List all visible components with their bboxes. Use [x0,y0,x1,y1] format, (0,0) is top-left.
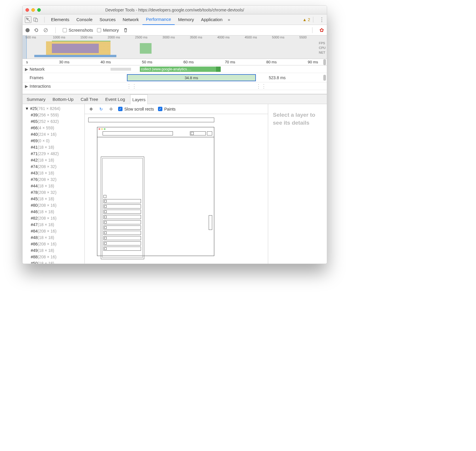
layer-tree-item[interactable]: #43(18 × 18) [23,170,84,176]
minimize-icon[interactable] [31,8,35,12]
layer-tree-item[interactable]: #49(18 × 18) [23,247,84,254]
layer-tree-item[interactable]: #39(256 × 559) [23,112,84,118]
layer-tree-item[interactable]: #71(229 × 482) [23,150,84,157]
separator [55,27,56,33]
layers-pane: ▼ #25(761 × 8264)#39(256 × 559)#65(252 ×… [23,104,327,264]
layer-tree-item[interactable]: #78(208 × 32) [23,189,84,196]
layer-tree-item[interactable]: #46(18 × 18) [23,208,84,215]
layer-rect [103,247,141,251]
layer-rect [103,241,141,245]
layers-viewport[interactable]: ✥ ↻ ✢ ✓ Slow scroll rects ✓ Paints [85,104,268,264]
empty-track [23,90,327,94]
pan-icon[interactable]: ✥ [88,106,94,112]
more-tabs-icon[interactable]: » [228,17,230,22]
paints-checkbox[interactable]: ✓ Paints [158,107,176,111]
layer-rect[interactable] [88,118,214,122]
layer-rect[interactable] [97,127,214,256]
network-track[interactable]: ▶ Network collect (www.google-analytics.… [23,65,327,73]
layer-tree-item[interactable]: ▼ #25(761 × 8264) [23,105,84,112]
trash-icon[interactable] [123,28,128,33]
frame-bar-selected[interactable]: 34.8 ms [127,74,256,81]
disclosure-icon[interactable]: ▶ [25,84,28,89]
layer-rect [97,127,214,137]
layer-rect [103,226,141,230]
tab-bottom-up[interactable]: Bottom-Up [51,94,75,104]
tab-call-tree[interactable]: Call Tree [79,94,100,104]
scrollbar-thumb[interactable] [323,59,326,65]
layer-tree-item[interactable]: #42(18 × 18) [23,157,84,163]
svg-rect-1 [35,19,38,22]
inspect-element-icon[interactable] [25,16,31,23]
layer-tree-item[interactable]: #86(208 × 16) [23,241,84,247]
warnings-badge[interactable]: ▲ 2 [302,17,310,22]
layer-tree-item[interactable]: #65(252 × 632) [23,118,84,125]
tab-summary[interactable]: Summary [25,94,47,104]
layer-tree-item[interactable]: #47(18 × 18) [23,221,84,228]
layer-tree-item[interactable]: #74(208 × 32) [23,163,84,170]
tab-console[interactable]: Console [73,14,96,25]
layer-tree-item[interactable]: #69(0 × 0) [23,138,84,144]
disclosure-icon[interactable]: ▶ [25,67,28,72]
interactions-track[interactable]: ▶ Interactions ⋮⋮ ⋮⋮ [23,82,327,90]
layer-canvas[interactable] [85,114,268,260]
close-icon[interactable] [25,8,29,12]
tab-network[interactable]: Network [119,14,142,25]
record-button[interactable] [25,28,30,32]
clear-icon[interactable] [43,28,48,33]
layer-tree-item[interactable]: #44(18 × 18) [23,183,84,189]
reload-icon[interactable] [34,28,39,33]
layer-tree[interactable]: ▼ #25(761 × 8264)#39(256 × 559)#65(252 ×… [23,104,85,264]
layer-rect [103,204,141,208]
settings-gear-icon[interactable]: ✿ [319,27,324,33]
timeline-ruler[interactable]: s 30 ms 40 ms 50 ms 60 ms 70 ms 80 ms 90… [23,59,327,65]
tab-layers[interactable]: Layers [130,94,147,104]
checked-icon: ✓ [158,107,162,111]
overview-ticks: 500 ms1000 ms1500 ms2000 ms2500 ms3000 m… [23,35,327,39]
layer-tree-item[interactable]: #88(208 × 16) [23,254,84,260]
memory-checkbox[interactable]: Memory [97,28,119,33]
layer-tree-item[interactable]: #66(4 × 559) [23,125,84,131]
tab-performance[interactable]: Performance [142,14,175,25]
layer-rect [103,236,141,240]
screenshots-checkbox[interactable]: Screenshots [63,28,93,33]
request-bar [110,68,131,71]
zoom-icon[interactable] [37,8,41,12]
tab-memory[interactable]: Memory [175,14,198,25]
tab-sources[interactable]: Sources [96,14,119,25]
tab-elements[interactable]: Elements [47,14,73,25]
activity-spike [140,43,152,54]
overview-strip[interactable]: 500 ms1000 ms1500 ms2000 ms2500 ms3000 m… [23,35,327,59]
kebab-menu-icon[interactable]: ⋮ [319,16,324,23]
layer-tree-item[interactable]: #80(208 × 16) [23,202,84,208]
svg-line-3 [45,29,47,31]
request-bar[interactable]: collect (www.google-analytics.… [140,67,216,72]
layer-tree-item[interactable]: #76(208 × 32) [23,176,84,183]
drag-handle-icon[interactable]: ⋮⋮ [126,83,137,89]
scrollbar-thumb[interactable] [323,75,326,81]
layer-tree-item[interactable]: #48(18 × 18) [23,234,84,241]
warning-icon: ▲ [302,17,307,22]
slow-scroll-checkbox[interactable]: ✓ Slow scroll rects [118,107,154,111]
rotate-icon[interactable]: ↻ [98,106,104,112]
traffic-lights [25,8,41,12]
layer-tree-item[interactable]: #82(208 × 16) [23,215,84,221]
tab-event-log[interactable]: Event Log [103,94,127,104]
main-tabs: ElementsConsoleSourcesNetworkPerformance… [23,14,327,25]
layer-tree-item[interactable]: #40(224 × 16) [23,131,84,138]
layer-rect [103,210,141,214]
layer-tree-item[interactable]: #50(18 × 18) [23,260,84,264]
layer-rect[interactable] [101,157,144,259]
layer-detail-hint: Select a layer to see its details [268,104,327,264]
devtools-window: Developer Tools - https://developers.goo… [22,5,327,264]
device-toggle-icon[interactable] [33,16,39,23]
details-tabs: SummaryBottom-UpCall TreeEvent LogLayers [23,94,327,104]
drag-handle-icon[interactable]: ⋮⋮ [256,83,266,89]
layer-tree-item[interactable]: #84(208 × 16) [23,228,84,234]
layer-tree-item[interactable]: #41(18 × 18) [23,144,84,150]
layer-tree-item[interactable]: #45(18 × 18) [23,196,84,202]
frames-track[interactable]: ▶ Frames 34.8 ms 523.8 ms [23,73,327,82]
tab-application[interactable]: Application [198,14,226,25]
layer-rect [103,199,141,203]
cpu-activity [52,44,99,53]
reset-view-icon[interactable]: ✢ [108,106,114,112]
